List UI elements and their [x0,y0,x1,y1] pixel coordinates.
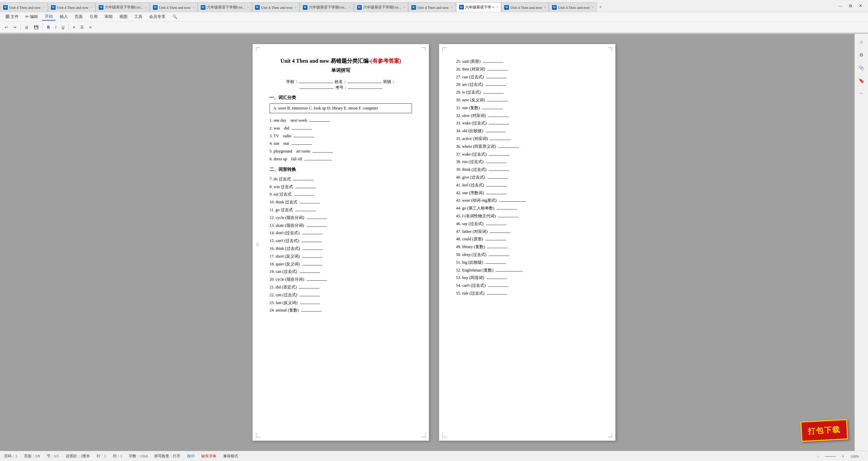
tb-align-left[interactable]: ≡ [71,24,77,30]
menu-edit[interactable]: ✏ 编辑 [23,13,41,20]
tb-sep-3 [68,24,69,31]
tab-6[interactable]: W Unit 4 Then and now × [252,2,300,12]
menu-tools[interactable]: 工具 [132,13,145,20]
tb-underline[interactable]: U [60,24,66,30]
tab-8[interactable]: W 六年级英语下学期Uni... × [354,2,408,12]
tab-5-close[interactable]: × [247,5,249,9]
ex-30: 30. new (反义词) [456,96,598,104]
ex-51: 51. big (比较级) [456,259,598,266]
tab-10[interactable]: W 六年级英语下学 × × [456,2,501,12]
title-main: Unit 4 Then and now 易错题分类汇编- [280,58,370,64]
download-badge[interactable]: 打包下载 [801,419,848,442]
tab-8-close[interactable]: × [403,5,406,9]
status-settings: 设置距：2厘米 [66,454,90,459]
menu-start[interactable]: 开始 [42,13,56,21]
exercise-list-right: 25. said (原形) 26. then (对应词) 27. can (过去… [456,58,598,297]
rt-btn-4[interactable]: 🔖 [856,75,867,86]
tb-sep-2 [43,24,43,31]
tab-1[interactable]: W Unit 4 Then and now × [0,2,48,12]
title-red: (有参考答案) [370,58,401,64]
tab-11-close[interactable]: × [544,5,546,9]
tab-2-close[interactable]: × [91,5,93,9]
menu-bar: ☰ 文件 ✏ 编辑 开始 插入 页面 引用 审阅 视图 工具 会员专享 🔍 [0,12,868,22]
tb-align-center[interactable]: ☰ [78,24,86,30]
ex-32: 32. slow (对应词) [456,112,598,120]
zoom-in-button[interactable]: ＋ [841,454,845,459]
ex-9: 9. eat 过去式 [270,191,412,198]
rt-btn-2[interactable]: ⚙ [856,49,867,60]
ex-10: 10. think 过去式 [270,198,412,206]
ex-49: 49. library (复数) [456,243,598,251]
tab-1-close[interactable]: × [43,5,45,9]
ex-55: 55. ride (过去式) [456,289,598,297]
ex-41: 41. feel (过去式) [456,181,598,189]
drag-handle-left[interactable]: ⠿ [256,242,259,247]
tb-print[interactable]: 🖨 [23,24,31,30]
right-toolbar: ☆ ⚙ 📎 🔖 ··· [854,34,868,451]
tab-9[interactable]: W Unit 4 Then and now × [408,2,456,12]
search-icon[interactable]: 🔍 [170,14,180,20]
tab-7[interactable]: W 六年级英语下学期Uni... × [300,2,354,12]
tab-5[interactable]: W 六年级英语下学期Uni... × [198,2,252,12]
tab-4-close[interactable]: × [193,5,195,9]
status-font[interactable]: 缺失字体 [201,454,216,459]
tb-redo[interactable]: ↪ [11,24,18,30]
tab-3[interactable]: W 六年级英语下学期Uni... × [96,2,150,12]
ex-21: 21. did (否定式) [270,283,412,291]
ex-16: 16. think (过去式) [270,245,412,253]
restore-button[interactable]: ⧉ [846,3,855,9]
tab-4[interactable]: W Unit 4 Then and now × [150,2,198,12]
tb-italic[interactable]: I [53,24,58,30]
word-box: A. were B. tomorrow C. look up D. librar… [270,103,412,113]
ex-6-text: 6. dress up fall off [270,155,332,163]
rt-btn-5[interactable]: ··· [856,88,867,99]
tb-bold[interactable]: B [45,24,52,30]
tab-11-label: Unit 4 Then and now [510,5,542,9]
menu-view[interactable]: 视图 [117,13,130,20]
status-col: 列：1 [113,454,122,459]
class-blank [300,88,334,89]
menu-insert[interactable]: 插入 [57,13,71,20]
menu-reference[interactable]: 引用 [87,13,100,20]
ex-4: 4. sun star [270,140,412,147]
tb-undo[interactable]: ↩ [3,24,10,30]
tab-11[interactable]: W Unit 4 Then and now × [501,2,549,12]
tab-icon-3: W [99,5,103,10]
menu-member[interactable]: 会员专享 [146,13,168,20]
minimize-button[interactable]: — [835,3,845,9]
tab-group: W Unit 4 Then and now × W Unit 4 Then an… [0,0,604,12]
menu-review[interactable]: 审阅 [102,13,115,20]
corner-bl-right [442,433,447,437]
tab-5-label: 六年级英语下学期Uni... [207,5,245,10]
ex-2: 2. was did [270,124,412,132]
tab-icon-11: W [504,5,509,10]
close-button[interactable]: ✕ [856,3,865,9]
zoom-slider[interactable]: ──── [825,454,836,458]
tab-10-close[interactable]: × [496,5,498,9]
title-bar: W Unit 4 Then and now × W Unit 4 Then an… [0,0,868,12]
tab-9-close[interactable]: × [451,5,453,9]
tab-2[interactable]: W Unit 4 Then and now × [48,2,96,12]
tab-12[interactable]: W Unit 4 Then and now × [549,2,597,12]
tab-3-close[interactable]: × [145,5,147,9]
tab-6-close[interactable]: × [295,5,297,9]
tab-12-close[interactable]: × [592,5,594,9]
name-blank [348,83,381,83]
tab-7-close[interactable]: × [349,5,351,9]
section1-title: 一、词汇分类 [270,95,412,101]
doc-page-left: ⠿ Unit 4 Then and now 易错题分类汇编-(有参考答案) 单词… [253,44,429,441]
rt-btn-3[interactable]: 📎 [856,62,867,73]
doc-page-right: 25. said (原形) 26. then (对应词) 27. can (过去… [439,44,615,441]
rt-btn-1[interactable]: ☆ [856,37,867,47]
new-tab-button[interactable]: + [597,2,604,12]
ex-44: 44. go (第三人称单数) [456,204,598,212]
ex-22: 22. can (过去式) [270,291,412,299]
ex-3-text: 3. TV radio [270,132,314,140]
menu-page[interactable]: 页面 [72,13,85,20]
menu-file[interactable]: ☰ 文件 [3,13,21,20]
tb-sep-1 [20,24,21,31]
zoom-out-button[interactable]: － [816,454,820,459]
tb-save[interactable]: 💾 [32,24,41,30]
status-check[interactable]: 校对 [187,454,195,459]
tb-align-right[interactable]: ≡ [87,24,93,30]
